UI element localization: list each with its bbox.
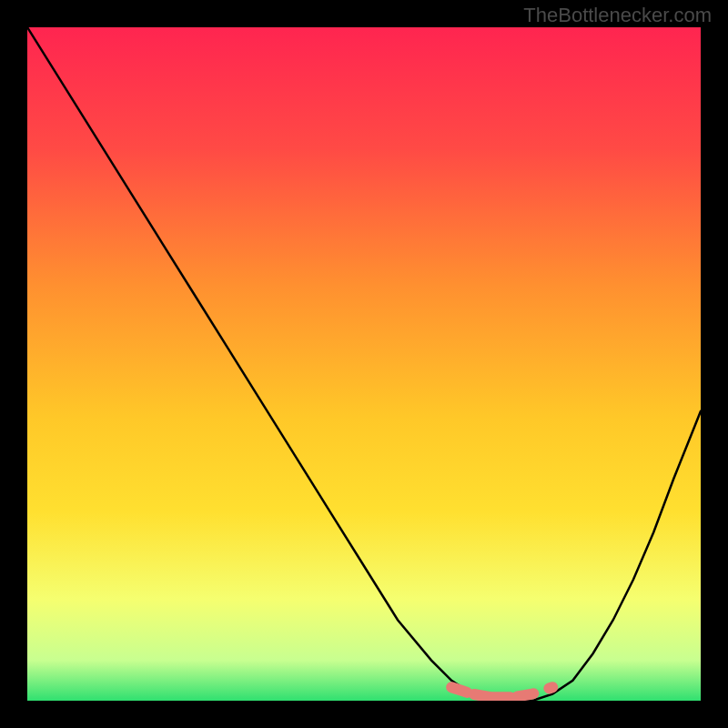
chart-svg [27, 27, 701, 701]
chart-plot-area [27, 27, 701, 701]
watermark-text: TheBottlenecker.com [523, 4, 712, 27]
gradient-background [27, 27, 701, 701]
